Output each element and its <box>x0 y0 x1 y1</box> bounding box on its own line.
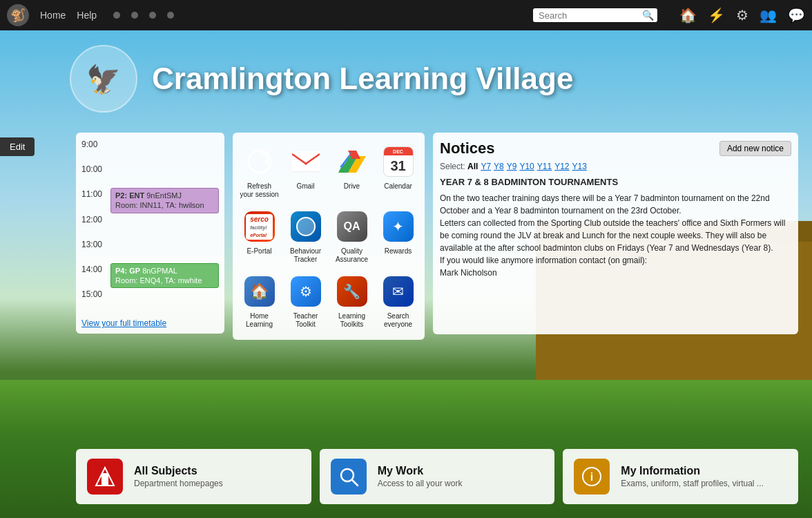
nav-dots <box>113 12 174 19</box>
tile-subtitle-my-work: Access to all your work <box>378 479 463 488</box>
app-toolkit[interactable]: ⚙Teacher Toolkit <box>284 271 327 332</box>
app-calendar[interactable]: DEC31Calendar <box>377 141 419 202</box>
nav-dot-1[interactable] <box>113 12 120 19</box>
filter-label: Select: <box>440 162 467 171</box>
tile-my-work[interactable]: My WorkAccess to all your work <box>320 449 555 504</box>
tile-my-information[interactable]: iMy InformationExams, uniform, staff pro… <box>563 449 798 504</box>
app-label-stamps: Rewards <box>385 247 412 256</box>
time-row-10: 10:00 <box>81 163 219 188</box>
timetable-panel: 9:00 10:00 11:00 P2: ENT 9nEntSMJRoom: I… <box>76 133 224 334</box>
app-label-drive: Drive <box>344 182 360 191</box>
nav-dot-4[interactable] <box>167 12 174 19</box>
notices-title: Notices <box>440 140 494 157</box>
app-icon-gmail <box>288 144 324 180</box>
search-input[interactable] <box>539 10 642 21</box>
time-row-14: 14:00 P4: GP 8nGPMALRoom: ENQ4, TA: mwhi… <box>81 263 219 289</box>
app-label-eportal: E-Portal <box>246 247 271 256</box>
filter-y9[interactable]: Y9 <box>507 162 517 171</box>
app-homelearning[interactable]: 🏠Home Learning <box>238 271 280 332</box>
notice-title: YEAR 7 & 8 BADMINTON TOURNAMENTS <box>440 175 789 189</box>
app-qa[interactable]: QAQuality Assurance <box>331 206 373 267</box>
slot-14: P4: GP 8nGPMALRoom: ENQ4, TA: mwhite <box>110 263 219 289</box>
app-drive[interactable]: Drive <box>331 141 373 202</box>
filter-y13[interactable]: Y13 <box>572 162 587 171</box>
svg-line-19 <box>352 480 358 486</box>
main-area: 🦅 Cramlington Learning Village Edit 9:00… <box>0 30 812 518</box>
lesson-p4[interactable]: P4: GP 8nGPMALRoom: ENQ4, TA: mwhite <box>110 263 219 289</box>
notices-content[interactable]: YEAR 7 & 8 BADMINTON TOURNAMENTSOn the t… <box>440 175 791 327</box>
view-timetable-link[interactable]: View your full timetable <box>81 318 219 328</box>
app-icon-drive <box>334 144 370 180</box>
app-behaviour[interactable]: Behaviour Tracker <box>284 206 327 267</box>
app-label-ltoolkit: Learning Toolkits <box>332 312 371 329</box>
notice-body: On the two teacher training days there w… <box>440 192 789 279</box>
nav-icons: 🏠 ⚡ ⚙ 👥 💬 <box>679 7 805 23</box>
time-label-9: 9:00 <box>81 138 108 149</box>
app-label-behaviour: Behaviour Tracker <box>286 247 325 264</box>
app-label-refresh: Refresh your session <box>240 182 279 199</box>
nav-dot-3[interactable] <box>149 12 156 19</box>
filter-y10[interactable]: Y10 <box>519 162 534 171</box>
navbar: 🐒 Home Help 🔍 🏠 ⚡ ⚙ 👥 💬 <box>0 0 812 30</box>
slot-12 <box>110 213 219 236</box>
home-nav-icon[interactable]: 🏠 <box>679 7 697 23</box>
filter-y11[interactable]: Y11 <box>537 162 552 171</box>
edit-button[interactable]: Edit <box>0 137 35 156</box>
app-eportal[interactable]: sercofacility!ePortalE-Portal <box>238 206 280 267</box>
app-icon-qa: QA <box>334 209 370 244</box>
logo-icon: 🐒 <box>7 4 29 26</box>
filter-y8[interactable]: Y8 <box>494 162 504 171</box>
tile-title-my-work: My Work <box>378 465 463 477</box>
notices-panel: Notices Add new notice Select: AllY7Y8Y9… <box>433 133 798 334</box>
apps-grid: Refresh your sessionGmailDriveDEC31Calen… <box>238 141 419 332</box>
add-notice-button[interactable]: Add new notice <box>719 141 791 156</box>
app-label-calendar: Calendar <box>384 182 412 191</box>
app-stamps[interactable]: ✦Rewards <box>377 206 419 267</box>
time-row-12: 12:00 <box>81 213 219 238</box>
school-logo: 🦅 <box>69 44 138 113</box>
search-bar: 🔍 <box>533 8 657 22</box>
app-gmail[interactable]: Gmail <box>284 141 327 202</box>
tile-icon-my-information: i <box>574 459 610 495</box>
settings-nav-icon[interactable]: ⚙ <box>736 7 748 23</box>
time-row-15: 15:00 <box>81 288 219 313</box>
tile-icon-all-subjects <box>87 459 123 495</box>
app-icon-eportal: sercofacility!ePortal <box>242 209 278 244</box>
app-ltoolkit[interactable]: 🔧Learning Toolkits <box>331 271 373 332</box>
nav-home[interactable]: Home <box>40 10 66 21</box>
app-icon-homelearning: 🏠 <box>242 274 278 309</box>
time-row-11: 11:00 P2: ENT 9nEntSMJRoom: INN11, TA: h… <box>81 188 219 213</box>
tile-text-all-subjects: All SubjectsDepartment homepages <box>134 465 223 488</box>
search-icon: 🔍 <box>642 10 654 21</box>
nav-dot-2[interactable] <box>131 12 138 19</box>
chat-nav-icon[interactable]: 💬 <box>788 7 805 23</box>
tile-text-my-information: My InformationExams, uniform, staff prof… <box>621 465 764 488</box>
filter-y7[interactable]: Y7 <box>481 162 491 171</box>
app-label-homelearning: Home Learning <box>240 312 279 329</box>
tile-title-all-subjects: All Subjects <box>134 465 223 477</box>
flash-nav-icon[interactable]: ⚡ <box>708 7 725 23</box>
users-nav-icon[interactable]: 👥 <box>760 7 777 23</box>
apps-panel: Refresh your sessionGmailDriveDEC31Calen… <box>233 133 425 340</box>
tile-icon-my-work <box>331 459 367 495</box>
app-icon-search: ✉ <box>380 274 416 309</box>
app-search[interactable]: ✉Search everyone <box>377 271 419 332</box>
notices-filter: Select: AllY7Y8Y9Y10Y11Y12Y13 <box>440 162 791 171</box>
time-label-14: 14:00 <box>81 263 108 274</box>
svg-marker-3 <box>264 159 268 164</box>
tile-all-subjects[interactable]: All SubjectsDepartment homepages <box>76 449 311 504</box>
app-icon-calendar: DEC31 <box>380 144 416 180</box>
app-icon-refresh <box>242 144 278 180</box>
tile-title-my-information: My Information <box>621 465 764 477</box>
app-icon-behaviour <box>288 209 324 244</box>
time-row-9: 9:00 <box>81 138 219 163</box>
lesson-p2[interactable]: P2: ENT 9nEntSMJRoom: INN11, TA: hwilson <box>110 188 219 213</box>
tile-subtitle-my-information: Exams, uniform, staff profiles, virtual … <box>621 479 764 488</box>
nav-help[interactable]: Help <box>77 10 97 21</box>
svg-text:🦅: 🦅 <box>86 63 121 96</box>
time-label-10: 10:00 <box>81 163 108 174</box>
app-refresh[interactable]: Refresh your session <box>238 141 280 202</box>
filter-y12[interactable]: Y12 <box>554 162 569 171</box>
filter-all[interactable]: All <box>467 162 478 171</box>
app-icon-stamps: ✦ <box>380 209 416 244</box>
